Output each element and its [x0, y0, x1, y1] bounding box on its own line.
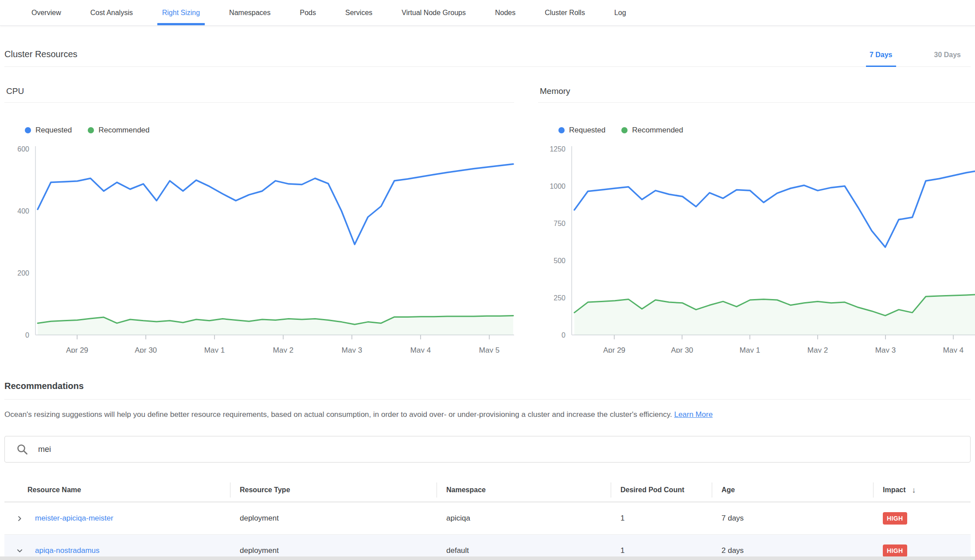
svg-text:200: 200 [17, 269, 29, 277]
legend-label: Recommended [632, 126, 683, 135]
namespace-cell: default [437, 546, 611, 555]
tab-pods[interactable]: Pods [285, 0, 330, 25]
recommendations-table: Resource NameResource TypeNamespaceDesir… [4, 478, 971, 560]
bottom-divider-strip [0, 556, 975, 560]
chevron-right-icon[interactable] [16, 515, 23, 522]
age-cell: 2 days [712, 546, 873, 555]
resource-name-cell: meister-apiciqa-meister [4, 514, 230, 523]
column-label: Namespace [446, 486, 486, 494]
svg-text:May 2: May 2 [273, 346, 293, 353]
recommended-dot-icon [88, 127, 94, 133]
cluster-resources-header: Cluster Resources 7 Days30 Days [4, 42, 971, 67]
tab-services[interactable]: Services [331, 0, 387, 25]
recommended-dot-icon [621, 127, 628, 133]
search-icon [16, 443, 28, 455]
svg-text:May 5: May 5 [479, 346, 499, 353]
svg-text:May 1: May 1 [740, 346, 760, 353]
search-input[interactable] [37, 444, 961, 455]
impact-cell: HIGH [873, 512, 971, 525]
svg-text:250: 250 [554, 294, 566, 302]
recommendations-title: Recommendations [4, 381, 971, 391]
svg-text:Apr 30: Apr 30 [135, 346, 157, 353]
column-label: Age [722, 486, 735, 494]
svg-text:1000: 1000 [550, 183, 566, 190]
legend-item-requested: Requested [558, 126, 605, 135]
column-header-impact[interactable]: Impact↓ [873, 478, 971, 502]
column-header-age[interactable]: Age [712, 478, 873, 502]
table-row[interactable]: meister-apiciqa-meisterdeploymentapiciqa… [4, 502, 971, 535]
svg-text:Apr 29: Apr 29 [603, 346, 625, 353]
desired-pod-count-cell: 1 [611, 546, 712, 555]
period-option-7-days[interactable]: 7 Days [866, 51, 896, 67]
svg-text:May 4: May 4 [410, 346, 431, 353]
column-label: Impact [883, 486, 906, 494]
resource-type-cell: deployment [230, 514, 437, 523]
svg-text:May 4: May 4 [943, 346, 963, 353]
recommendations-description: Ocean's resizing suggestions will help y… [4, 409, 971, 420]
cluster-resources-title: Cluster Resources [4, 49, 78, 59]
legend-label: Requested [569, 126, 605, 135]
column-header-namespace[interactable]: Namespace [437, 478, 611, 502]
column-label: Resource Name [27, 486, 81, 494]
memory-chart-title: Memory [538, 86, 975, 103]
svg-text:Apr 30: Apr 30 [671, 346, 693, 353]
column-header-resource-type[interactable]: Resource Type [230, 478, 437, 502]
column-label: Resource Type [240, 486, 290, 494]
requested-dot-icon [25, 127, 31, 133]
period-toggle: 7 Days30 Days [831, 51, 964, 67]
legend-item-requested: Requested [25, 126, 72, 135]
search-box[interactable] [4, 436, 971, 463]
tab-log[interactable]: Log [600, 0, 641, 25]
cpu-legend: RequestedRecommended [25, 126, 514, 135]
svg-text:0: 0 [562, 331, 566, 339]
memory-chart: 025050075010001250Apr 29Apr 30May 1May 2… [538, 137, 975, 353]
recommendations-description-text: Ocean's resizing suggestions will help y… [4, 410, 674, 419]
svg-text:400: 400 [17, 207, 29, 215]
legend-item-recommended: Recommended [621, 126, 683, 135]
page-content: Cluster Resources 7 Days30 Days CPUReque… [0, 42, 975, 560]
memory-chart-card: MemoryRequestedRecommended02505007501000… [538, 86, 975, 353]
svg-text:May 1: May 1 [204, 346, 225, 353]
recommendations-header: Recommendations [4, 381, 971, 400]
tab-right-sizing[interactable]: Right Sizing [148, 0, 214, 25]
resource-type-cell: deployment [230, 546, 437, 555]
svg-text:May 3: May 3 [342, 346, 362, 353]
tab-overview[interactable]: Overview [17, 0, 76, 25]
legend-label: Requested [35, 126, 72, 135]
svg-text:750: 750 [554, 220, 566, 227]
tab-virtual-node-groups[interactable]: Virtual Node Groups [387, 0, 480, 25]
sort-desc-arrow-icon[interactable]: ↓ [912, 486, 916, 495]
svg-text:600: 600 [17, 145, 29, 153]
table-body: meister-apiciqa-meisterdeploymentapiciqa… [4, 502, 971, 560]
period-option-30-days[interactable]: 30 Days [931, 51, 965, 67]
namespace-cell: apiciqa [437, 514, 611, 523]
impact-badge: HIGH [883, 512, 907, 525]
cpu-chart-title: CPU [4, 86, 514, 103]
desired-pod-count-cell: 1 [611, 514, 712, 523]
tab-cluster-rolls[interactable]: Cluster Rolls [530, 0, 600, 25]
resource-name-link[interactable]: meister-apiciqa-meister [35, 514, 113, 523]
chevron-down-icon[interactable] [16, 547, 23, 555]
requested-dot-icon [558, 127, 565, 133]
impact-cell: HIGH [873, 544, 971, 557]
svg-text:May 2: May 2 [807, 346, 828, 353]
tab-cost-analysis[interactable]: Cost Analysis [76, 0, 148, 25]
memory-legend: RequestedRecommended [558, 126, 975, 135]
impact-badge: HIGH [883, 544, 907, 557]
age-cell: 7 days [712, 514, 873, 523]
column-header-desired-pod-count[interactable]: Desired Pod Count [611, 478, 712, 502]
charts-row: CPURequestedRecommended0200400600Apr 29A… [4, 86, 971, 353]
tab-nodes[interactable]: Nodes [480, 0, 530, 25]
cpu-chart: 0200400600Apr 29Apr 30May 1May 2May 3May… [4, 137, 514, 353]
top-tab-bar: OverviewCost AnalysisRight SizingNamespa… [0, 0, 975, 26]
column-header-resource-name[interactable]: Resource Name [4, 478, 230, 502]
cpu-chart-card: CPURequestedRecommended0200400600Apr 29A… [4, 86, 514, 353]
svg-text:1250: 1250 [550, 145, 566, 153]
column-label: Desired Pod Count [620, 486, 684, 494]
resource-name-link[interactable]: apiqa-nostradamus [35, 546, 100, 555]
legend-label: Recommended [98, 126, 149, 135]
tab-namespaces[interactable]: Namespaces [214, 0, 285, 25]
svg-text:May 3: May 3 [875, 346, 896, 353]
table-header: Resource NameResource TypeNamespaceDesir… [4, 478, 971, 502]
learn-more-link[interactable]: Learn More [674, 410, 713, 419]
